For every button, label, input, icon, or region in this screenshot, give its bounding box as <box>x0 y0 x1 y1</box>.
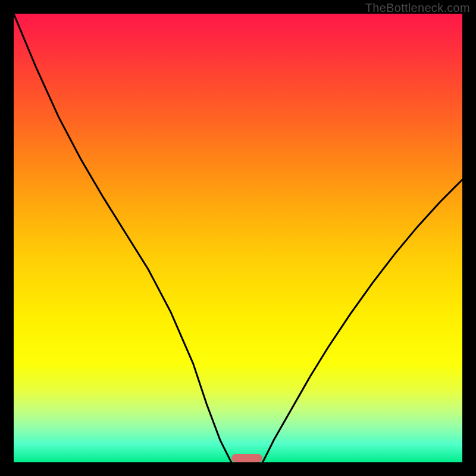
outer-frame: TheBottleneck.com <box>0 0 476 476</box>
optimal-range-marker <box>231 454 263 462</box>
watermark-text: TheBottleneck.com <box>365 1 470 15</box>
bottleneck-curve <box>14 14 462 462</box>
